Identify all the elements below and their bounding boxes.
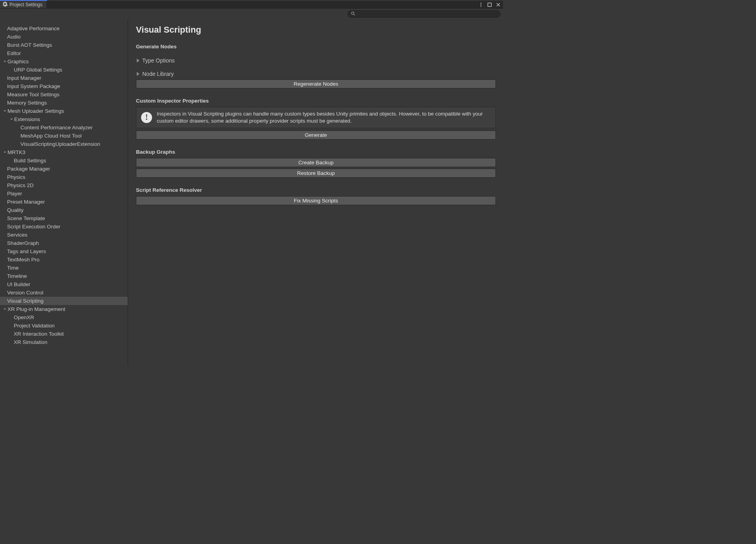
- svg-point-2: [481, 6, 481, 6]
- sidebar-item-label: Project Validation: [14, 323, 55, 329]
- sidebar-item-label: Version Control: [7, 290, 43, 296]
- titlebar-controls: [478, 1, 503, 8]
- search-icon: [351, 11, 355, 17]
- kebab-menu-icon[interactable]: [478, 2, 484, 8]
- settings-sidebar[interactable]: Adaptive PerformanceAudioBurst AOT Setti…: [0, 19, 128, 366]
- sidebar-item-label: Visual Scripting: [7, 298, 44, 304]
- sidebar-item-input-system-package[interactable]: Input System Package: [0, 82, 128, 90]
- section-custom-inspector-heading: Custom Inspector Properties: [136, 98, 496, 104]
- caret-down-icon: [2, 59, 7, 64]
- create-backup-button[interactable]: Create Backup: [136, 158, 496, 167]
- sidebar-item-label: Graphics: [7, 59, 29, 64]
- sidebar-item-physics[interactable]: Physics: [0, 173, 128, 181]
- sidebar-item-extensions[interactable]: Extensions: [0, 115, 128, 123]
- maximize-icon[interactable]: [486, 2, 493, 8]
- info-icon: !: [141, 112, 152, 123]
- sidebar-item-build-settings[interactable]: Build Settings: [0, 156, 128, 165]
- sidebar-item-label: Audio: [7, 34, 21, 40]
- caret-right-icon: [137, 72, 139, 76]
- sidebar-item-label: Package Manager: [7, 166, 50, 172]
- sidebar-item-mesh-uploader-settings[interactable]: Mesh Uploader Settings: [0, 107, 128, 115]
- sidebar-item-scene-template[interactable]: Scene Template: [0, 214, 128, 222]
- sidebar-item-graphics[interactable]: Graphics: [0, 57, 128, 66]
- sidebar-item-editor[interactable]: Editor: [0, 49, 128, 57]
- regenerate-nodes-button[interactable]: Regenerate Nodes: [136, 79, 496, 88]
- sidebar-item-memory-settings[interactable]: Memory Settings: [0, 99, 128, 107]
- project-settings-window: Project Settings Adaptive PerformanceAud…: [0, 0, 503, 366]
- sidebar-item-preset-manager[interactable]: Preset Manager: [0, 198, 128, 206]
- sidebar-item-label: MRTK3: [7, 149, 26, 155]
- sidebar-item-meshapp-cloud-host-tool[interactable]: MeshApp Cloud Host Tool: [0, 132, 128, 140]
- fix-missing-scripts-button[interactable]: Fix Missing Scripts: [136, 196, 496, 205]
- generate-button[interactable]: Generate: [136, 130, 496, 140]
- foldout-label: Type Options: [142, 57, 175, 64]
- sidebar-item-script-execution-order[interactable]: Script Execution Order: [0, 222, 128, 231]
- caret-down-icon: [9, 117, 14, 122]
- caret-right-icon: [137, 59, 139, 62]
- sidebar-item-ui-builder[interactable]: UI Builder: [0, 280, 128, 289]
- caret-down-icon: [2, 109, 7, 114]
- sidebar-item-version-control[interactable]: Version Control: [0, 289, 128, 297]
- sidebar-item-xr-plug-in-management[interactable]: XR Plug-in Management: [0, 305, 128, 313]
- sidebar-item-timeline[interactable]: Timeline: [0, 272, 128, 280]
- sidebar-item-label: MeshApp Cloud Host Tool: [20, 133, 82, 139]
- window-title: Project Settings: [9, 2, 42, 7]
- close-icon[interactable]: [495, 2, 501, 8]
- settings-content: Visual Scripting Generate Nodes Type Opt…: [128, 19, 503, 366]
- sidebar-item-audio[interactable]: Audio: [0, 33, 128, 41]
- sidebar-item-tags-and-layers[interactable]: Tags and Layers: [0, 247, 128, 255]
- gear-icon: [2, 2, 7, 8]
- sidebar-item-label: Burst AOT Settings: [7, 42, 52, 48]
- sidebar-item-label: TextMesh Pro: [7, 257, 40, 263]
- sidebar-item-visualscriptinguploaderextension[interactable]: VisualScriptingUploaderExtension: [0, 140, 128, 148]
- sidebar-item-label: Preset Manager: [7, 199, 45, 205]
- sidebar-item-label: XR Plug-in Management: [7, 306, 65, 312]
- sidebar-item-project-validation[interactable]: Project Validation: [0, 322, 128, 330]
- sidebar-item-shadergraph[interactable]: ShaderGraph: [0, 239, 128, 247]
- section-resolver-heading: Script Reference Resolver: [136, 187, 496, 193]
- sidebar-item-label: Timeline: [7, 273, 27, 279]
- sidebar-item-package-manager[interactable]: Package Manager: [0, 165, 128, 173]
- sidebar-item-physics-2d[interactable]: Physics 2D: [0, 181, 128, 189]
- search-input[interactable]: [358, 11, 497, 17]
- sidebar-item-quality[interactable]: Quality: [0, 206, 128, 214]
- sidebar-item-urp-global-settings[interactable]: URP Global Settings: [0, 66, 128, 74]
- sidebar-item-label: Extensions: [14, 116, 40, 122]
- svg-line-7: [354, 14, 355, 15]
- sidebar-item-label: Player: [7, 191, 22, 197]
- sidebar-item-label: Build Settings: [14, 158, 46, 164]
- sidebar-item-label: XR Interaction Toolkit: [14, 331, 64, 337]
- sidebar-item-input-manager[interactable]: Input Manager: [0, 74, 128, 82]
- sidebar-item-label: ShaderGraph: [7, 240, 39, 246]
- sidebar-item-content-performance-analyzer[interactable]: Content Performance Analyzer: [0, 123, 128, 132]
- svg-rect-3: [488, 3, 492, 6]
- sidebar-item-xr-interaction-toolkit[interactable]: XR Interaction Toolkit: [0, 330, 128, 338]
- sidebar-item-label: VisualScriptingUploaderExtension: [20, 141, 100, 147]
- sidebar-item-label: Mesh Uploader Settings: [7, 108, 64, 114]
- sidebar-item-label: Memory Settings: [7, 100, 47, 106]
- search-box[interactable]: [347, 10, 501, 18]
- sidebar-item-adaptive-performance[interactable]: Adaptive Performance: [0, 24, 128, 33]
- sidebar-item-visual-scripting[interactable]: Visual Scripting: [0, 297, 128, 305]
- sidebar-item-textmesh-pro[interactable]: TextMesh Pro: [0, 255, 128, 264]
- restore-backup-button[interactable]: Restore Backup: [136, 169, 496, 178]
- sidebar-item-measure-tool-settings[interactable]: Measure Tool Settings: [0, 90, 128, 99]
- sidebar-item-label: Measure Tool Settings: [7, 92, 59, 97]
- foldout-node-library[interactable]: Node Library: [136, 71, 496, 77]
- sidebar-item-services[interactable]: Services: [0, 231, 128, 239]
- sidebar-item-label: Quality: [7, 207, 24, 213]
- sidebar-item-time[interactable]: Time: [0, 264, 128, 272]
- sidebar-item-openxr[interactable]: OpenXR: [0, 313, 128, 322]
- sidebar-item-player[interactable]: Player: [0, 189, 128, 198]
- sidebar-item-label: Services: [7, 232, 28, 238]
- sidebar-item-label: Adaptive Performance: [7, 26, 60, 31]
- sidebar-item-label: XR Simulation: [14, 339, 48, 345]
- sidebar-item-mrtk3[interactable]: MRTK3: [0, 148, 128, 156]
- foldout-type-options[interactable]: Type Options: [136, 57, 496, 64]
- sidebar-item-label: Scene Template: [7, 215, 45, 221]
- section-generate-nodes-heading: Generate Nodes: [136, 44, 496, 50]
- sidebar-item-xr-simulation[interactable]: XR Simulation: [0, 338, 128, 346]
- window-tab[interactable]: Project Settings: [0, 1, 47, 8]
- sidebar-item-burst-aot-settings[interactable]: Burst AOT Settings: [0, 41, 128, 49]
- titlebar: Project Settings: [0, 1, 503, 9]
